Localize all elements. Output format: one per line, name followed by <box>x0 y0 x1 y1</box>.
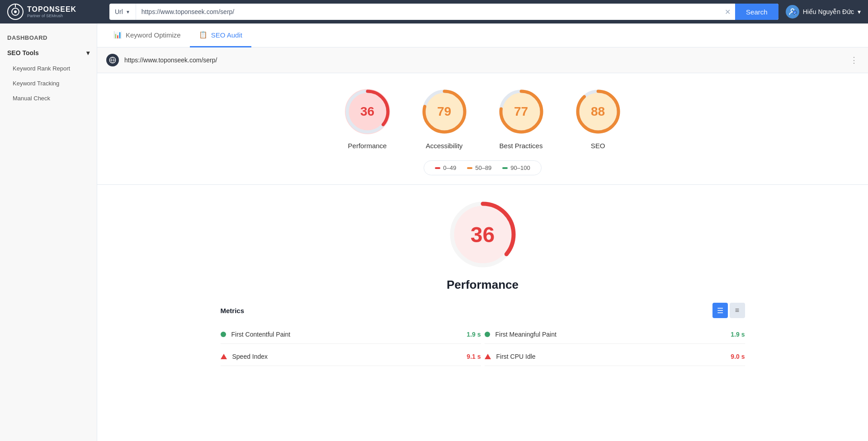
metric-row-si: Speed Index 9.1 s <box>221 347 481 366</box>
legend-dot-mid <box>467 167 472 169</box>
metric-value-fcp: 1.9 s <box>467 331 481 338</box>
url-input[interactable] <box>136 4 720 20</box>
score-circle-best-practices: 77 <box>496 87 546 136</box>
score-item-performance: 36 Performance <box>343 87 392 150</box>
logo-icon <box>7 4 24 20</box>
sidebar-item-keyword-tracking[interactable]: Keyword Tracking <box>0 76 97 91</box>
chevron-down-icon: ▼ <box>126 9 130 14</box>
header: TOPONSEEK Partner of SEMrush Url ▼ ✕ Sea… <box>0 0 868 23</box>
metric-row-fci: First CPU Idle 9.0 s <box>485 347 745 366</box>
performance-detail-score: 36 <box>471 222 495 247</box>
score-value-seo: 88 <box>591 104 605 119</box>
score-circle-seo: 88 <box>573 87 623 136</box>
metric-name-si: Speed Index <box>232 353 462 360</box>
metrics-title: Metrics <box>221 307 245 314</box>
score-item-accessibility: 79 Accessibility <box>420 87 469 150</box>
legend-label-mid: 50–89 <box>475 164 491 171</box>
user-area[interactable]: ✓ Hiếu Nguyễn Đức ▾ <box>786 5 861 19</box>
metric-indicator-fmp <box>485 332 490 337</box>
performance-detail-circle: 36 <box>447 198 519 271</box>
metrics-view-buttons: ☰ ≡ <box>712 303 745 318</box>
metrics-grid: First Contentful Paint 1.9 s First Meani… <box>212 325 754 366</box>
sidebar-seo-tools-header[interactable]: SEO Tools ▾ <box>0 45 97 61</box>
score-item-seo: 88 SEO <box>573 87 623 150</box>
scores-row: 36 Performance 7 <box>343 87 623 150</box>
metrics-section: Metrics ☰ ≡ First Contentful Paint 1.9 s <box>212 303 754 366</box>
main-layout: DASHBOARD SEO Tools ▾ Keyword Rank Repor… <box>0 23 868 441</box>
score-label-performance: Performance <box>348 142 387 150</box>
keyword-optimize-tab-label: Keyword Optimize <box>126 31 181 39</box>
score-label-best-practices: Best Practices <box>500 142 543 150</box>
more-options-icon[interactable]: ⋮ <box>850 55 859 65</box>
score-label-seo: SEO <box>591 142 605 150</box>
user-menu-chevron-icon: ▾ <box>858 8 861 15</box>
seo-tools-chevron-icon: ▾ <box>86 49 90 56</box>
score-legend: 0–49 50–89 90–100 <box>424 160 541 175</box>
sidebar-dashboard-label: DASHBOARD <box>0 31 97 45</box>
metric-row-fcp: First Contentful Paint 1.9 s <box>221 325 481 344</box>
user-name: Hiếu Nguyễn Đức <box>803 8 854 15</box>
content-url-text: https://www.toponseek.com/serp/ <box>124 56 844 64</box>
search-button[interactable]: Search <box>735 4 778 20</box>
sidebar-seo-tools-label: SEO Tools <box>7 49 39 56</box>
metric-value-fci: 9.0 s <box>731 353 745 360</box>
scores-section: 36 Performance 7 <box>97 73 868 185</box>
metric-row-fmp: First Meaningful Paint 1.9 s <box>485 325 745 344</box>
score-value-accessibility: 79 <box>437 104 451 119</box>
legend-item-high: 90–100 <box>502 164 530 171</box>
sidebar: DASHBOARD SEO Tools ▾ Keyword Rank Repor… <box>0 23 97 441</box>
avatar: ✓ <box>786 5 799 19</box>
grid-view-button[interactable]: ≡ <box>730 303 745 318</box>
metrics-header: Metrics ☰ ≡ <box>212 303 754 318</box>
legend-label-low: 0–49 <box>443 164 456 171</box>
metric-value-si: 9.1 s <box>467 353 481 360</box>
legend-dot-high <box>502 167 508 169</box>
score-label-accessibility: Accessibility <box>426 142 463 150</box>
list-view-button[interactable]: ☰ <box>712 303 728 318</box>
main-content: 📊 Keyword Optimize 📋 SEO Audit <box>97 23 868 441</box>
metric-value-fmp: 1.9 s <box>731 331 745 338</box>
performance-detail-section: 36 Performance Metrics ☰ ≡ <box>97 185 868 380</box>
clear-url-button[interactable]: ✕ <box>720 8 735 16</box>
score-item-best-practices: 77 Best Practices <box>496 87 546 150</box>
metric-name-fmp: First Meaningful Paint <box>495 331 726 338</box>
score-circle-performance: 36 <box>343 87 392 136</box>
performance-detail-title: Performance <box>447 278 519 292</box>
url-type-selector[interactable]: Url ▼ <box>109 4 136 20</box>
metric-indicator-fcp <box>221 332 226 337</box>
legend-item-low: 0–49 <box>435 164 456 171</box>
sidebar-item-keyword-rank-report[interactable]: Keyword Rank Report <box>0 61 97 76</box>
score-value-best-practices: 77 <box>514 104 528 119</box>
sidebar-seo-tools-group: SEO Tools ▾ Keyword Rank Report Keyword … <box>0 45 97 106</box>
score-circle-accessibility: 79 <box>420 87 469 136</box>
seo-audit-tab-icon: 📋 <box>199 31 208 39</box>
legend-item-mid: 50–89 <box>467 164 491 171</box>
logo-area: TOPONSEEK Partner of SEMrush <box>7 4 102 20</box>
metric-indicator-si <box>221 354 227 359</box>
url-type-label: Url <box>115 8 123 15</box>
metric-name-fcp: First Contentful Paint <box>231 331 462 338</box>
content-url-bar: https://www.toponseek.com/serp/ ⋮ <box>97 47 868 73</box>
sidebar-item-manual-check[interactable]: Manual Check <box>0 91 97 106</box>
metric-name-fci: First CPU Idle <box>496 353 726 360</box>
tab-keyword-optimize[interactable]: 📊 Keyword Optimize <box>104 23 190 47</box>
logo-sub: Partner of SEMrush <box>27 14 76 18</box>
site-icon <box>106 54 119 66</box>
legend-dot-low <box>435 167 440 169</box>
seo-audit-tab-label: SEO Audit <box>211 31 242 39</box>
metric-indicator-fci <box>485 354 491 359</box>
keyword-optimize-tab-icon: 📊 <box>113 31 122 39</box>
svg-point-3 <box>14 10 17 13</box>
url-bar: Url ▼ ✕ Search <box>109 4 778 20</box>
legend-label-high: 90–100 <box>510 164 530 171</box>
score-value-performance: 36 <box>360 104 374 119</box>
tabs-bar: 📊 Keyword Optimize 📋 SEO Audit <box>97 23 868 47</box>
audit-content: https://www.toponseek.com/serp/ ⋮ <box>97 47 868 380</box>
svg-text:✓: ✓ <box>793 11 796 14</box>
logo-text: TOPONSEEK <box>27 5 76 14</box>
tab-seo-audit[interactable]: 📋 SEO Audit <box>190 23 251 47</box>
